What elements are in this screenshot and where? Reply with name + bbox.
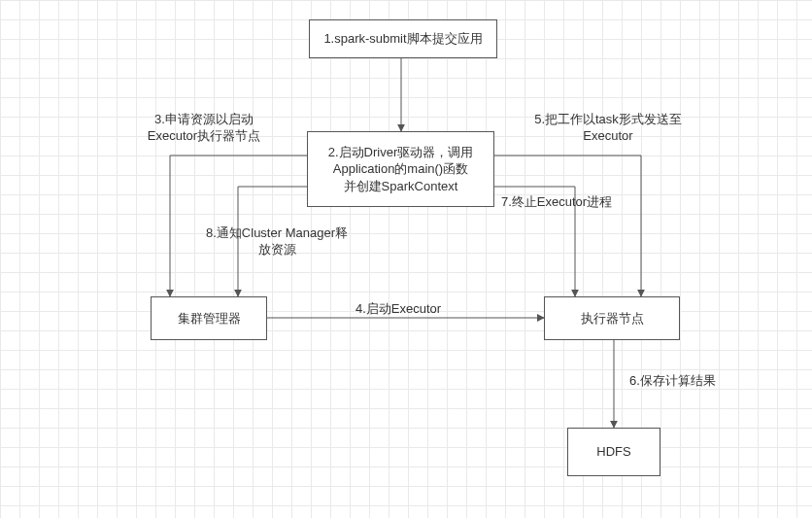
node-hdfs: HDFS (567, 428, 660, 476)
node-cluster-manager-label: 集群管理器 (178, 310, 241, 328)
edge-label-6: 6.保存计算结果 (629, 373, 746, 390)
node-executor: 执行器节点 (544, 296, 680, 340)
node-hdfs-label: HDFS (596, 443, 630, 461)
edge-label-5: 5.把工作以task形式发送至 Executor (506, 112, 710, 145)
edge-label-4: 4.启动Executor (325, 301, 471, 318)
grid-background (0, 0, 812, 518)
node-driver-label: 2.启动Driver驱动器，调用 Application的main()函数 并创… (328, 144, 474, 195)
edge-label-3: 3.申请资源以启动 Executor执行器节点 (117, 112, 291, 145)
node-submit-label: 1.spark-submit脚本提交应用 (323, 30, 482, 48)
node-submit: 1.spark-submit脚本提交应用 (309, 19, 497, 58)
node-executor-label: 执行器节点 (581, 310, 644, 328)
node-cluster-manager: 集群管理器 (151, 296, 267, 340)
edge-label-8: 8.通知Cluster Manager释 放资源 (180, 225, 374, 259)
node-driver: 2.启动Driver驱动器，调用 Application的main()函数 并创… (307, 131, 494, 207)
edge-label-7: 7.终止Executor进程 (501, 194, 671, 211)
